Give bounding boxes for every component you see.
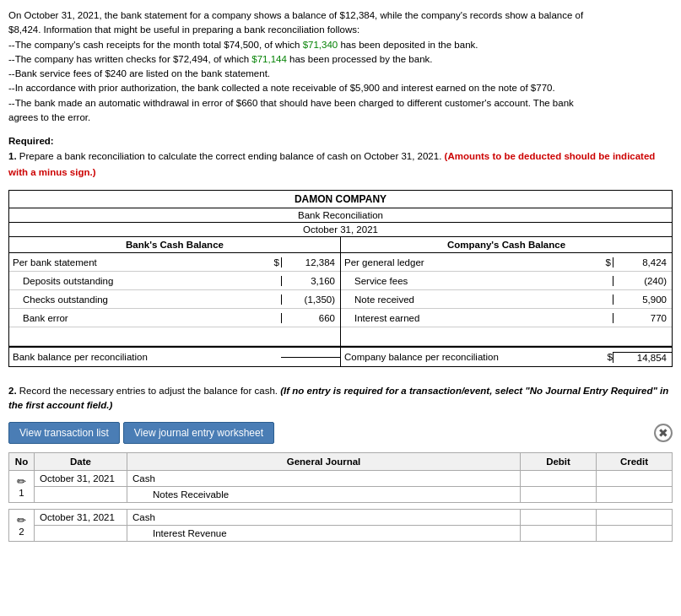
journal-row1-debit2[interactable] (521, 486, 597, 502)
deposits-label: Deposits outstanding (9, 274, 264, 288)
note-label: Note received (341, 293, 596, 306)
recon-final-right: Company balance per reconciliation $ 14,… (341, 346, 672, 366)
bank-error-label: Bank error (9, 311, 264, 325)
checks-amount: (1,350) (281, 294, 340, 305)
recon-row-svc-fees: Service fees (240) (341, 272, 672, 290)
reconciliation-table: DAMON COMPANY Bank Reconciliation Octobe… (8, 190, 673, 367)
right-final-amount: 14,854 (613, 352, 672, 363)
bank-stmt-label: Per bank statement (9, 256, 264, 269)
button-row: View transaction list View journal entry… (8, 422, 673, 444)
bank-stmt-amount: 12,384 (281, 257, 340, 267)
journal-credit-1b[interactable] (602, 489, 667, 500)
recon-final-left: Bank balance per reconciliation (9, 346, 340, 366)
close-icon-button[interactable]: ✖ (654, 424, 673, 442)
gen-ledger-amount: 8,424 (613, 257, 672, 267)
col-no-header: No (9, 452, 35, 470)
left-final-amount (281, 357, 340, 358)
recon-left-panel: Bank's Cash Balance Per bank statement $… (9, 237, 341, 366)
col-credit-header: Credit (597, 452, 673, 470)
interest-label: Interest earned (341, 311, 596, 325)
interest-amount: 770 (613, 313, 672, 323)
highlight-deposit: $71,340 (303, 40, 338, 50)
req-text: Prepare a bank reconciliation to calcula… (19, 151, 445, 161)
recon-row-bank-error: Bank error 660 (9, 309, 340, 327)
note-amount: 5,900 (613, 294, 672, 305)
svc-fees-label: Service fees (341, 274, 596, 288)
journal-row-2b (9, 525, 673, 541)
bank-error-amount: 660 (281, 313, 340, 323)
gen-ledger-label: Per general ledger (341, 256, 596, 269)
recon-row-gen-ledger: Per general ledger $ 8,424 (341, 253, 672, 272)
pencil-icon-1: ✏ (17, 475, 26, 488)
journal-input-1a[interactable] (132, 473, 515, 484)
journal-input-1b[interactable] (153, 489, 515, 500)
journal-row1-credit2[interactable] (597, 486, 673, 502)
left-col-header: Bank's Cash Balance (9, 237, 340, 253)
right-final-dollar: $ (596, 352, 613, 362)
col-gj-header: General Journal (127, 452, 521, 470)
journal-input-2a[interactable] (132, 512, 515, 522)
section2-text: 2. Record the necessary entries to adjus… (8, 384, 673, 413)
gen-ledger-dollar: $ (596, 257, 613, 267)
pencil-icon-2: ✏ (17, 514, 26, 527)
journal-row2-debit1[interactable] (521, 509, 597, 525)
journal-row2-credit2[interactable] (597, 525, 673, 541)
journal-row2-debit2[interactable] (521, 525, 597, 541)
req-num: 1. (8, 151, 17, 161)
recon-row-bank-stmt: Per bank statement $ 12,384 (9, 253, 340, 272)
recon-title: Bank Reconciliation (9, 208, 672, 223)
journal-row-2a: ✏ 2 October 31, 2021 (9, 509, 673, 525)
journal-row-1a: ✏ 1 October 31, 2021 (9, 470, 673, 486)
journal-spacer (9, 502, 673, 509)
recon-row-empty-right (341, 327, 672, 346)
section2-num: 2. (8, 386, 17, 396)
section2-line1: Record the necessary entries to adjust t… (19, 386, 280, 396)
journal-table: No Date General Journal Debit Credit ✏ 1… (8, 452, 673, 542)
right-col-header: Company's Cash Balance (341, 237, 672, 253)
journal-row-1b (9, 486, 673, 502)
required-label: Required: (8, 136, 54, 146)
recon-row-empty-left (9, 327, 340, 346)
journal-debit-1a[interactable] (526, 473, 591, 484)
journal-credit-1a[interactable] (602, 473, 667, 484)
recon-date: October 31, 2021 (9, 223, 672, 237)
journal-row2-pencil[interactable]: ✏ 2 (9, 509, 35, 541)
recon-row-note: Note received 5,900 (341, 290, 672, 309)
journal-row2-date: October 31, 2021 (35, 509, 127, 525)
journal-row2-credit1[interactable] (597, 509, 673, 525)
journal-row1-account2[interactable] (127, 486, 521, 502)
highlight-checks: $71,144 (251, 54, 287, 64)
journal-debit-1b[interactable] (526, 489, 591, 500)
journal-row1b-date (35, 486, 127, 502)
checks-label: Checks outstanding (9, 293, 264, 306)
journal-row1-debit1[interactable] (521, 470, 597, 486)
journal-row1-pencil[interactable]: ✏ 1 (9, 470, 35, 502)
view-journal-button[interactable]: View journal entry worksheet (123, 422, 274, 444)
col-date-header: Date (35, 452, 127, 470)
deposits-amount: 3,160 (281, 276, 340, 286)
journal-row1-date: October 31, 2021 (35, 470, 127, 486)
journal-input-2b[interactable] (153, 528, 515, 538)
intro-paragraph: On October 31, 2021, the bank statement … (8, 8, 673, 125)
recon-row-checks: Checks outstanding (1,350) (9, 290, 340, 309)
journal-debit-2a[interactable] (526, 512, 591, 522)
right-final-label: Company balance per reconciliation (341, 349, 596, 365)
journal-row1-credit1[interactable] (597, 470, 673, 486)
journal-debit-2b[interactable] (526, 528, 591, 538)
bank-stmt-dollar: $ (264, 257, 281, 267)
journal-credit-2b[interactable] (602, 528, 667, 538)
journal-row2b-date (35, 525, 127, 541)
recon-right-panel: Company's Cash Balance Per general ledge… (341, 237, 672, 366)
journal-credit-2a[interactable] (602, 512, 667, 522)
journal-row1-account1[interactable] (127, 470, 521, 486)
recon-row-deposits: Deposits outstanding 3,160 (9, 272, 340, 290)
svc-fees-amount: (240) (613, 276, 672, 286)
view-transaction-button[interactable]: View transaction list (8, 422, 120, 444)
recon-company: DAMON COMPANY (9, 191, 672, 208)
col-debit-header: Debit (521, 452, 597, 470)
required-section: Required: 1. Prepare a bank reconciliati… (8, 133, 673, 180)
journal-row2-account2[interactable] (127, 525, 521, 541)
left-final-label: Bank balance per reconciliation (9, 349, 264, 365)
recon-row-interest: Interest earned 770 (341, 309, 672, 327)
journal-row2-account1[interactable] (127, 509, 521, 525)
